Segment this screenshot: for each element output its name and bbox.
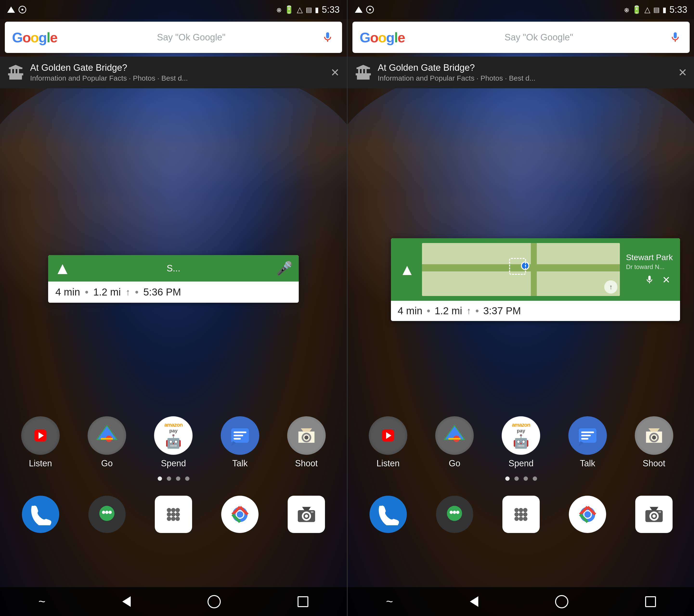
camera-icon-left[interactable] [288, 496, 325, 533]
nav-bar-left: ~ [0, 587, 347, 616]
shoot-label-left: Shoot [295, 459, 318, 468]
listen-icon-left[interactable] [21, 416, 60, 455]
search-placeholder-left[interactable]: Say "Ok Google" [62, 32, 321, 42]
home-btn-left[interactable] [207, 595, 221, 608]
search-placeholder-right[interactable]: Say "Ok Google" [410, 32, 668, 42]
left-panel: ⎈ 🔋 △ ▤ ▮ 5:33 Google Say "Ok Google" [0, 0, 347, 616]
listen-icon-right[interactable] [369, 416, 407, 455]
shoot-icon-left[interactable] [287, 416, 326, 455]
wifi-icon-right: △ [644, 5, 651, 14]
phone-icon-right[interactable] [369, 496, 407, 533]
svg-rect-10 [234, 431, 246, 433]
maps-close-right[interactable]: ✕ [660, 273, 673, 286]
app-row-right: Listen Go amazon pay 🤖 Spend [348, 416, 694, 468]
nav-arrow-icon-right [355, 6, 363, 13]
camera-icon-right[interactable] [635, 496, 673, 533]
svg-point-33 [305, 515, 308, 518]
recents-btn-right[interactable] [645, 596, 656, 607]
maps-action-btns: ✕ [643, 273, 673, 286]
app-talk-left[interactable]: Talk [221, 416, 259, 468]
app-spend-right[interactable]: amazon pay 🤖 Spend [502, 416, 540, 468]
location-icon-right [366, 6, 374, 14]
spend-icon-left[interactable]: amazon pay 🤖 [154, 416, 193, 455]
apps-icon-left[interactable] [155, 496, 192, 533]
svg-point-52 [453, 510, 456, 514]
google-search-bar-left[interactable]: Google Say "Ok Google" [5, 22, 342, 53]
go-icon-left[interactable] [88, 416, 126, 455]
recents-square-left [297, 596, 308, 607]
chrome-icon-right[interactable] [569, 496, 606, 533]
mic-icon-left[interactable] [321, 30, 335, 44]
back-btn-right[interactable] [470, 596, 478, 607]
now-close-left[interactable]: ✕ [330, 66, 340, 79]
home-circle-right [555, 595, 568, 608]
app-row-left: Listen Go amazon pay 🤖 Spend [0, 416, 347, 468]
earth-glow [0, 49, 347, 357]
tilde-btn-left[interactable]: ~ [38, 595, 45, 609]
back-btn-left[interactable] [122, 596, 131, 607]
home-btn-right[interactable] [555, 595, 568, 608]
spend-icon-right[interactable]: amazon pay 🤖 [502, 416, 540, 455]
now-subtitle-right: Information and Popular Facts · Photos ·… [378, 74, 678, 82]
recents-btn-left[interactable] [297, 596, 308, 607]
maps-mic-right[interactable] [643, 273, 656, 286]
now-card-left[interactable]: At Golden Gate Bridge? Information and P… [0, 57, 347, 88]
svg-point-17 [106, 510, 109, 514]
status-bar-right: ⎈ 🔋 △ ▤ ▮ 5:33 [348, 0, 694, 19]
maps-street-right: Dr toward N... [626, 263, 673, 271]
listen-label-right: Listen [377, 459, 400, 468]
listen-label-left: Listen [29, 459, 52, 468]
wifi-icon: △ [297, 5, 303, 14]
hangouts-icon-left[interactable] [88, 496, 126, 533]
app-listen-left[interactable]: Listen [21, 416, 60, 468]
now-title-left: At Golden Gate Bridge? [30, 62, 330, 73]
tilde-btn-right[interactable]: ~ [386, 595, 393, 609]
now-close-right[interactable]: ✕ [678, 66, 687, 79]
talk-icon-left[interactable] [221, 416, 259, 455]
go-icon-right[interactable] [435, 416, 474, 455]
phone-icon-left[interactable] [22, 496, 59, 533]
time-display-right: 5:33 [670, 4, 687, 15]
page-dot-3-left [176, 477, 180, 481]
play-btn-left [34, 430, 47, 442]
map-view-right: ↑ [422, 243, 620, 296]
nav-widget-left[interactable]: ▲ S... 🎤 4 min • 1.2 mi ↑ • 5:36 PM [48, 255, 299, 303]
svg-rect-38 [362, 68, 363, 74]
svg-rect-46 [581, 435, 591, 436]
play-triangle-right [386, 432, 391, 439]
apps-icon-right[interactable] [503, 496, 540, 533]
svg-point-59 [523, 512, 527, 517]
app-go-left[interactable]: Go [88, 416, 126, 468]
nav-destination-left: S... [71, 263, 276, 274]
app-shoot-left[interactable]: Shoot [287, 416, 326, 468]
talk-icon-right[interactable] [568, 416, 607, 455]
svg-rect-3 [14, 68, 16, 74]
app-go-right[interactable]: Go [435, 416, 474, 468]
svg-point-49 [652, 435, 656, 440]
chrome-icon-left[interactable] [221, 496, 258, 533]
back-triangle-left [122, 596, 131, 607]
right-panel: ⎈ 🔋 △ ▤ ▮ 5:33 Google Say "Ok Google" [348, 0, 694, 616]
hangouts-icon-right[interactable] [436, 496, 473, 533]
mic-icon-right[interactable] [668, 30, 682, 44]
now-card-right[interactable]: At Golden Gate Bridge? Information and P… [348, 57, 694, 88]
google-search-bar-right[interactable]: Google Say "Ok Google" [352, 22, 690, 53]
nav-bar-right: ~ [348, 587, 694, 616]
map-selection-right [509, 258, 526, 275]
battery-icon-right: ▮ [662, 5, 666, 14]
svg-marker-6 [10, 65, 22, 68]
landmark-icon-left [7, 64, 24, 81]
app-listen-right[interactable]: Listen [369, 416, 407, 468]
app-talk-right[interactable]: Talk [568, 416, 607, 468]
page-dot-1-right [505, 477, 510, 481]
svg-point-24 [176, 512, 180, 517]
page-dot-2-left [167, 477, 171, 481]
page-dot-1-left [158, 477, 162, 481]
app-shoot-right[interactable]: Shoot [635, 416, 673, 468]
svg-point-57 [514, 512, 519, 517]
shoot-icon-right[interactable] [635, 416, 673, 455]
maps-widget-right[interactable]: ▲ ↑ Stewart Park D [391, 238, 680, 321]
maps-destination-right: Stewart Park [626, 253, 673, 262]
app-spend-left[interactable]: amazon pay 🤖 Spend [154, 416, 193, 468]
svg-point-54 [514, 508, 519, 512]
